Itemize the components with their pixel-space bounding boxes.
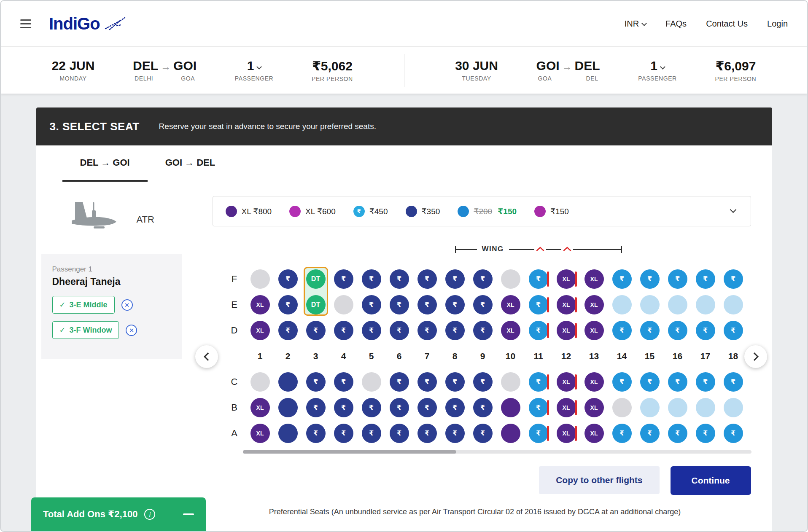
seat-B18[interactable] — [724, 398, 743, 417]
seat-A16[interactable]: ₹ — [668, 424, 687, 443]
seat-F13[interactable]: XL — [584, 269, 604, 289]
seat-C17[interactable]: ₹ — [696, 372, 715, 392]
seat-B15[interactable] — [640, 398, 660, 417]
seat-D3[interactable]: ₹ — [306, 321, 326, 340]
seat-A9[interactable]: ₹ — [473, 424, 493, 443]
seat-A8[interactable]: ₹ — [445, 424, 465, 443]
seat-A10[interactable] — [501, 424, 520, 443]
seat-E2[interactable]: ₹ — [278, 295, 298, 314]
seat-F11[interactable]: ₹ — [529, 269, 548, 289]
seat-A7[interactable]: ₹ — [417, 424, 437, 443]
seat-E12[interactable]: XL — [557, 295, 576, 314]
seat-E11[interactable]: ₹ — [529, 295, 548, 314]
seat-E10[interactable]: XL — [501, 295, 520, 314]
scroll-right-button[interactable] — [744, 345, 767, 368]
seat-E13[interactable]: XL — [584, 295, 604, 314]
seat-E7[interactable]: ₹ — [417, 295, 437, 314]
seat-E17[interactable] — [696, 295, 715, 314]
seat-E8[interactable]: ₹ — [445, 295, 465, 314]
seat-C8[interactable]: ₹ — [445, 372, 465, 392]
seat-E9[interactable]: ₹ — [473, 295, 493, 314]
seat-D8[interactable]: ₹ — [445, 321, 465, 340]
seat-C18[interactable]: ₹ — [724, 372, 743, 392]
seat-D6[interactable]: ₹ — [390, 321, 409, 340]
seat-A14[interactable]: ₹ — [612, 424, 632, 443]
nav-login[interactable]: Login — [767, 19, 788, 29]
outbound-passenger-count[interactable]: 1 PASSENGER — [235, 59, 274, 82]
seat-D12[interactable]: XL — [557, 321, 576, 340]
seat-B11[interactable]: ₹ — [529, 398, 548, 417]
seat-E5[interactable]: ₹ — [362, 295, 381, 314]
seat-A5[interactable]: ₹ — [362, 424, 381, 443]
seat-B13[interactable]: XL — [584, 398, 604, 417]
seat-C15[interactable]: ₹ — [640, 372, 660, 392]
seat-A11[interactable]: ₹ — [529, 424, 548, 443]
seat-E14[interactable] — [612, 295, 632, 314]
scrollbar-thumb[interactable] — [243, 450, 457, 454]
seat-D4[interactable]: ₹ — [334, 321, 353, 340]
seat-F9[interactable]: ₹ — [473, 269, 493, 289]
seat-E1[interactable]: XL — [250, 295, 270, 314]
seat-A3[interactable]: ₹ — [306, 424, 326, 443]
seat-F3[interactable]: DT — [306, 269, 326, 289]
seat-B2[interactable] — [278, 398, 298, 417]
seat-A1[interactable]: XL — [250, 424, 270, 443]
seat-F14[interactable]: ₹ — [612, 269, 632, 289]
scroll-left-button[interactable] — [195, 345, 218, 368]
seat-C9[interactable]: ₹ — [473, 372, 493, 392]
seat-A15[interactable]: ₹ — [640, 424, 660, 443]
seat-A13[interactable]: XL — [584, 424, 604, 443]
info-icon[interactable]: i — [144, 509, 155, 520]
seat-C13[interactable]: XL — [584, 372, 604, 392]
seat-D18[interactable]: ₹ — [724, 321, 743, 340]
seat-D1[interactable]: XL — [250, 321, 270, 340]
seat-F7[interactable]: ₹ — [417, 269, 437, 289]
seat-A4[interactable]: ₹ — [334, 424, 353, 443]
continue-button[interactable]: Continue — [671, 466, 751, 495]
seat-B6[interactable]: ₹ — [390, 398, 409, 417]
seat-A12[interactable]: XL — [557, 424, 576, 443]
seat-C6[interactable]: ₹ — [390, 372, 409, 392]
seat-D5[interactable]: ₹ — [362, 321, 381, 340]
remove-seat-button[interactable]: ✕ — [126, 325, 137, 336]
seat-D16[interactable]: ₹ — [668, 321, 687, 340]
seat-B9[interactable]: ₹ — [473, 398, 493, 417]
seat-F17[interactable]: ₹ — [696, 269, 715, 289]
seat-C7[interactable]: ₹ — [417, 372, 437, 392]
currency-selector[interactable]: INR — [625, 19, 646, 29]
seat-B5[interactable]: ₹ — [362, 398, 381, 417]
nav-contact-us[interactable]: Contact Us — [706, 19, 748, 29]
seat-D11[interactable]: ₹ — [529, 321, 548, 340]
seat-A6[interactable]: ₹ — [390, 424, 409, 443]
menu-icon[interactable] — [20, 19, 31, 28]
nav-faqs[interactable]: FAQs — [665, 19, 687, 29]
seat-C16[interactable]: ₹ — [668, 372, 687, 392]
seat-F16[interactable]: ₹ — [668, 269, 687, 289]
indigo-logo[interactable]: IndiGo — [49, 14, 126, 33]
seat-D10[interactable]: XL — [501, 321, 520, 340]
seat-B3[interactable]: ₹ — [306, 398, 326, 417]
seat-F8[interactable]: ₹ — [445, 269, 465, 289]
seat-C2[interactable] — [278, 372, 298, 392]
seat-F5[interactable]: ₹ — [362, 269, 381, 289]
seat-C12[interactable]: XL — [557, 372, 576, 392]
seat-E16[interactable] — [668, 295, 687, 314]
seat-B4[interactable]: ₹ — [334, 398, 353, 417]
seat-F15[interactable]: ₹ — [640, 269, 660, 289]
seat-D15[interactable]: ₹ — [640, 321, 660, 340]
seat-B7[interactable]: ₹ — [417, 398, 437, 417]
tab-goi-del[interactable]: GOI → DEL — [148, 145, 233, 182]
seat-B1[interactable]: XL — [250, 398, 270, 417]
seat-F6[interactable]: ₹ — [390, 269, 409, 289]
remove-seat-button[interactable]: ✕ — [121, 299, 133, 311]
seat-B17[interactable] — [696, 398, 715, 417]
seat-D17[interactable]: ₹ — [696, 321, 715, 340]
seat-A17[interactable]: ₹ — [696, 424, 715, 443]
seat-F4[interactable]: ₹ — [334, 269, 353, 289]
copy-to-other-flights-button[interactable]: Copy to other flights — [539, 466, 659, 494]
seat-E18[interactable] — [724, 295, 743, 314]
seat-C4[interactable]: ₹ — [334, 372, 353, 392]
seat-D9[interactable]: ₹ — [473, 321, 493, 340]
seat-D7[interactable]: ₹ — [417, 321, 437, 340]
seat-F2[interactable]: ₹ — [278, 269, 298, 289]
